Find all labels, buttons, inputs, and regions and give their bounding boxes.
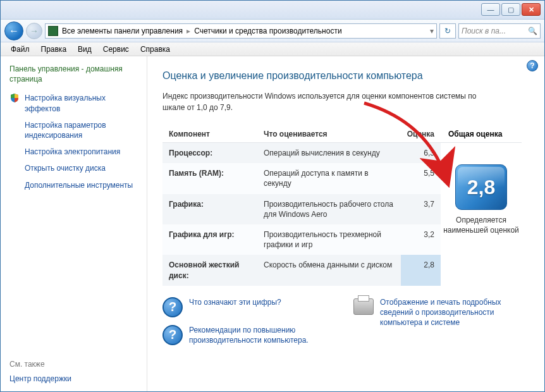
address-bar[interactable]: Все элементы панели управления ▸ Счетчик…	[45, 23, 437, 39]
sidebar-link-label: Дополнительные инструменты	[25, 180, 133, 190]
sidebar-link-label: Открыть очистку диска	[25, 163, 106, 173]
bullet-icon	[9, 163, 20, 173]
link-label: Отображение и печать подробных сведений …	[380, 297, 506, 328]
overall-header: Общая оценка	[441, 126, 522, 143]
cell-component: Процессор:	[162, 143, 257, 164]
link-what-numbers[interactable]: ? Что означают эти цифры?	[162, 297, 338, 317]
sidebar-item-visual-effects[interactable]: Настройка визуальных эффектов	[9, 93, 138, 113]
explorer-window: — ▢ ✕ ← → Все элементы панели управления…	[0, 0, 545, 392]
menu-service[interactable]: Сервис	[98, 44, 134, 55]
performance-table: Компонент Что оценивается Оценка Процесс…	[162, 126, 441, 286]
menu-edit[interactable]: Правка	[36, 44, 72, 55]
navbar: ← → Все элементы панели управления ▸ Сче…	[1, 20, 544, 42]
menu-view[interactable]: Вид	[73, 44, 97, 55]
table-row: Графика: Производительность рабочего сто…	[162, 194, 441, 224]
cell-score: 6,3	[401, 143, 441, 164]
nav-forward-button[interactable]: →	[26, 23, 42, 39]
cell-what: Скорость обмена данными с диском	[257, 255, 401, 285]
menu-help[interactable]: Справка	[135, 44, 175, 55]
search-input[interactable]: Поиск в па... 🔍	[458, 23, 541, 39]
cell-component: Основной жесткий диск:	[162, 255, 257, 285]
sidebar: Панель управления - домашняя страница На…	[1, 56, 147, 392]
sidebar-home-link[interactable]: Панель управления - домашняя страница	[9, 64, 138, 84]
table-row: Графика для игр: Производительность трех…	[162, 224, 441, 255]
col-score: Оценка	[401, 126, 441, 143]
cell-component: Графика для игр:	[162, 224, 257, 255]
link-label: Рекомендации по повышению производительн…	[189, 325, 315, 345]
cell-component: Память (RAM):	[162, 163, 257, 193]
table-header-row: Компонент Что оценивается Оценка	[162, 126, 441, 143]
page-title: Оценка и увеличение производительности к…	[162, 70, 529, 82]
shield-icon	[9, 93, 20, 103]
sidebar-item-advanced-tools[interactable]: Дополнительные инструменты	[9, 180, 138, 190]
see-also-link[interactable]: Центр поддержки	[9, 374, 71, 383]
table-row: Основной жесткий диск: Скорость обмена д…	[162, 255, 441, 285]
cell-what: Производительность трехмерной графики и …	[257, 224, 401, 255]
search-icon: 🔍	[528, 27, 537, 35]
cell-score: 3,7	[401, 194, 441, 224]
content-links: ? Что означают эти цифры? ? Рекомендации…	[162, 297, 529, 345]
page-description: Индекс производительности Windows исполь…	[162, 90, 491, 113]
sidebar-link-label: Настройка электропитания	[25, 147, 120, 157]
question-icon: ?	[162, 325, 183, 345]
titlebar: — ▢ ✕	[1, 1, 544, 20]
search-placeholder: Поиск в па...	[462, 27, 506, 35]
address-dropdown-icon[interactable]: ▾	[430, 27, 434, 35]
maximize-button[interactable]: ▢	[501, 3, 520, 16]
performance-table-wrap: Компонент Что оценивается Оценка Процесс…	[162, 126, 529, 286]
printer-icon	[353, 298, 374, 315]
window-controls: — ▢ ✕	[481, 3, 541, 16]
overall-column: Общая оценка 2,8 Определяется наименьшей…	[441, 126, 522, 286]
breadcrumb-item[interactable]: Все элементы панели управления	[62, 27, 183, 35]
breadcrumb-item[interactable]: Счетчики и средства производительности	[194, 27, 341, 35]
link-recommendations[interactable]: ? Рекомендации по повышению производител…	[162, 325, 338, 345]
overall-score-badge: 2,8	[455, 164, 507, 210]
close-button[interactable]: ✕	[522, 3, 541, 16]
col-component: Компонент	[162, 126, 257, 143]
see-also-header: См. также	[9, 360, 71, 369]
overall-caption: Определяется наименьшей оценкой	[441, 215, 522, 235]
cell-score: 2,8	[401, 255, 441, 285]
question-icon: ?	[162, 297, 183, 317]
overall-badge-wrap: 2,8 Определяется наименьшей оценкой	[441, 143, 522, 235]
minimize-button[interactable]: —	[481, 3, 500, 16]
refresh-button[interactable]: ↻	[439, 23, 456, 39]
bullet-icon	[9, 120, 20, 130]
sidebar-link-label: Настройка визуальных эффектов	[25, 93, 138, 113]
cell-what: Производительность рабочего стола для Wi…	[257, 194, 401, 224]
help-icon[interactable]: ?	[527, 60, 538, 71]
cell-score: 3,2	[401, 224, 441, 255]
col-what: Что оценивается	[257, 126, 401, 143]
cell-what: Операций вычисления в секунду	[257, 143, 401, 164]
table-row: Память (RAM): Операций доступа к памяти …	[162, 163, 441, 193]
menubar: Файл Правка Вид Сервис Справка	[1, 42, 544, 56]
control-panel-icon	[48, 26, 58, 36]
sidebar-item-indexing[interactable]: Настройка параметров индексирования	[9, 120, 138, 140]
sidebar-link-label: Настройка параметров индексирования	[25, 120, 138, 140]
menu-file[interactable]: Файл	[6, 44, 35, 55]
sidebar-item-power[interactable]: Настройка электропитания	[9, 147, 138, 157]
link-print-details[interactable]: Отображение и печать подробных сведений …	[353, 297, 529, 345]
table-row: Процессор: Операций вычисления в секунду…	[162, 143, 441, 164]
cell-component: Графика:	[162, 194, 257, 224]
bullet-icon	[9, 180, 20, 190]
cell-what: Операций доступа к памяти в секунду	[257, 163, 401, 193]
content-pane: ? Оценка и увеличение производительности…	[147, 56, 544, 392]
cell-score: 5,5	[401, 163, 441, 193]
body: Панель управления - домашняя страница На…	[1, 56, 544, 392]
link-label: Что означают эти цифры?	[189, 297, 281, 307]
breadcrumb-separator-icon: ▸	[187, 27, 190, 35]
bullet-icon	[9, 147, 20, 157]
sidebar-item-disk-cleanup[interactable]: Открыть очистку диска	[9, 163, 138, 173]
see-also: См. также Центр поддержки	[9, 360, 71, 384]
nav-back-button[interactable]: ←	[4, 21, 23, 40]
